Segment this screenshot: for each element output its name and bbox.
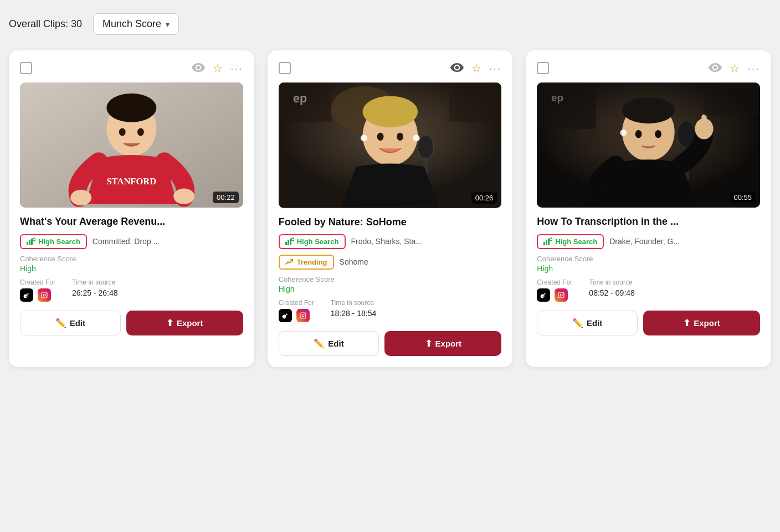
meta-row-1: Created For Time in source 26:25 - 26:48 <box>20 278 243 302</box>
more-options-icon[interactable]: ··· <box>230 62 243 75</box>
sort-dropdown[interactable]: Munch Score ▾ <box>93 13 179 35</box>
high-search-label-3: High Search <box>555 237 597 246</box>
svg-point-3 <box>106 94 156 122</box>
pencil-icon: ✏️ <box>55 318 66 328</box>
tiktok-icon <box>20 288 33 302</box>
card-title-3: How To Transcription in the ... <box>537 215 760 228</box>
duration-badge-3: 00:55 <box>730 192 756 203</box>
star-icon-3[interactable]: ☆ <box>730 61 740 75</box>
svg-point-8 <box>119 128 126 136</box>
more-options-icon-2[interactable]: ··· <box>489 62 502 75</box>
svg-point-16 <box>43 294 45 296</box>
card-actions-2: ☆ ··· <box>450 61 502 75</box>
high-search-tag-2[interactable]: High Search <box>279 234 346 249</box>
more-options-icon-3[interactable]: ··· <box>747 62 760 75</box>
coherence-value-2: High <box>279 285 502 293</box>
edit-button-2[interactable]: ✏️ Edit <box>279 331 379 356</box>
export-label-2: Export <box>435 339 462 348</box>
card-footer-1: ✏️ Edit ⬆ Export <box>20 311 243 335</box>
svg-line-37 <box>294 241 294 242</box>
time-range-2: 18:28 - 18:54 <box>331 309 377 318</box>
trending-tag-2[interactable]: Trending <box>279 255 334 270</box>
card-checkbox-3[interactable] <box>537 62 549 74</box>
tags-row-1: High Search Committed, Drop ... <box>20 234 243 249</box>
instagram-reels-icon-3 <box>555 288 568 302</box>
svg-point-36 <box>291 238 294 241</box>
platform-icons-2 <box>279 309 314 322</box>
time-source-label-3: Time in source <box>589 278 635 286</box>
eye-icon-2[interactable] <box>450 62 464 75</box>
tags-row-3: High Search Drake, Founder, G... <box>537 234 760 249</box>
export-button-1[interactable]: ⬆ Export <box>126 311 243 335</box>
thumbnail-2[interactable]: ep 00:26 <box>279 82 502 208</box>
high-search-tag-1[interactable]: High Search <box>20 234 87 249</box>
duration-badge-2: 00:26 <box>471 192 497 204</box>
meta-row-2: Created For Time in source 18:28 - 18:54 <box>279 299 502 322</box>
topics-text-2b: Sohome <box>340 257 368 266</box>
svg-rect-33 <box>285 242 287 245</box>
card-header-1: ☆ ··· <box>20 61 243 75</box>
time-source-label-2: Time in source <box>331 299 377 307</box>
svg-point-22 <box>418 135 433 159</box>
search-chart-icon <box>27 237 35 245</box>
svg-text:ep: ep <box>551 92 563 104</box>
sort-label: Munch Score <box>102 18 161 30</box>
eye-icon[interactable] <box>192 62 205 75</box>
svg-point-39 <box>302 314 304 317</box>
search-chart-icon-2 <box>285 237 294 245</box>
created-for-label-2: Created For <box>279 299 314 307</box>
chevron-down-icon: ▾ <box>166 20 170 29</box>
card-header-3: ☆ ··· <box>537 61 760 75</box>
star-icon[interactable]: ☆ <box>213 61 223 75</box>
clip-card-1: ☆ ··· <box>9 50 254 367</box>
edit-button-3[interactable]: ✏️ Edit <box>537 311 638 335</box>
topics-text-1: Committed, Drop ... <box>93 237 160 246</box>
svg-line-14 <box>35 241 36 242</box>
card-checkbox-2[interactable] <box>279 62 291 74</box>
pencil-icon-3: ✏️ <box>572 318 583 328</box>
edit-button-1[interactable]: ✏️ Edit <box>20 311 121 335</box>
time-range-3: 08:52 - 09:48 <box>589 288 635 297</box>
created-for-col-2: Created For <box>279 299 314 322</box>
coherence-value-1: High <box>20 264 243 273</box>
card-checkbox-1[interactable] <box>20 62 32 74</box>
created-for-label-3: Created For <box>537 278 572 286</box>
trending-label-2: Trending <box>297 258 327 266</box>
svg-rect-10 <box>27 242 28 245</box>
tags-row-2b: Trending Sohome <box>279 255 502 270</box>
trending-icon <box>285 258 294 266</box>
export-label-3: Export <box>694 318 720 328</box>
upload-icon-2: ⬆ <box>425 338 432 349</box>
thumbnail-1[interactable]: STANFORD 00:22 <box>20 82 243 208</box>
coherence-label-2: Coherence Score <box>279 275 502 283</box>
meta-row-3: Created For Time in source 08:52 - 09:48 <box>537 278 760 302</box>
search-chart-icon-3 <box>543 237 552 245</box>
instagram-reels-icon <box>38 288 51 302</box>
created-for-col-1: Created For <box>20 278 55 302</box>
svg-point-27 <box>413 135 419 141</box>
time-range-1: 26:25 - 26:48 <box>72 288 118 297</box>
topics-text-3: Drake, Founder, G... <box>609 237 680 246</box>
export-button-3[interactable]: ⬆ Export <box>643 311 760 335</box>
star-icon-2[interactable]: ☆ <box>471 61 481 75</box>
svg-point-6 <box>70 190 91 205</box>
high-search-tag-3[interactable]: High Search <box>537 234 604 249</box>
svg-point-59 <box>550 238 552 241</box>
card-footer-2: ✏️ Edit ⬆ Export <box>279 331 502 356</box>
card-title-2: Fooled by Nature: SoHome <box>279 216 502 229</box>
thumbnail-3[interactable]: ep 00:55 <box>537 82 760 208</box>
svg-rect-11 <box>29 240 30 245</box>
created-for-label-1: Created For <box>20 278 55 286</box>
overall-clips-label: Overall Clips: 30 <box>9 18 82 30</box>
svg-rect-49 <box>702 115 707 129</box>
svg-point-29 <box>397 133 403 141</box>
export-button-2[interactable]: ⬆ Export <box>384 331 501 356</box>
svg-point-13 <box>33 238 35 241</box>
eye-icon-3[interactable] <box>709 62 722 75</box>
instagram-reels-icon-2 <box>296 309 310 322</box>
svg-point-63 <box>563 293 563 293</box>
svg-point-28 <box>377 133 383 141</box>
svg-point-46 <box>622 97 675 123</box>
edit-label-3: Edit <box>587 318 602 328</box>
card-header-2: ☆ ··· <box>279 61 502 75</box>
